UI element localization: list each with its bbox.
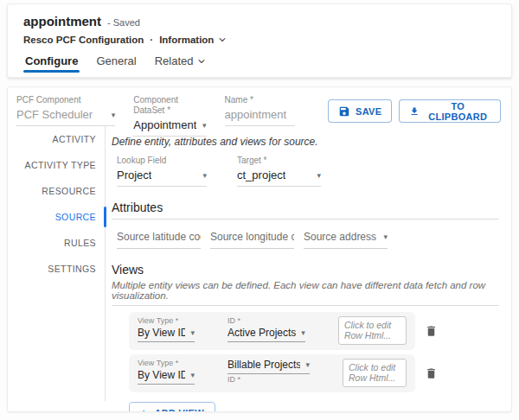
view-config: View Type * By View ID ▾ Billable Projec… [129,354,415,392]
add-view-button-label: ADD VIEW [154,408,203,412]
chevron-down-icon [218,35,227,44]
save-button[interactable]: SAVE [328,99,392,123]
attributes-row: Source latitude coordi... Source longitu… [117,229,499,249]
sidebar-item-label: SETTINGS [48,264,96,274]
field-value: Source longitude coor... [210,231,294,243]
tab-label: Related [155,54,194,67]
entity-name: Resco PCF Configuration [23,35,144,45]
field-value: Active Projects [227,327,296,339]
chevron-down-icon [197,57,206,66]
sidebar-item-activity[interactable]: ACTIVITY [8,126,105,152]
field-label: Name * [225,95,295,105]
section-divider [112,305,499,306]
target-select[interactable]: Target * ct_project ▾ [237,156,321,187]
tab-label: General [96,54,136,67]
source-longitude-field[interactable]: Source longitude coor... [210,229,294,249]
field-value: By View ID [138,327,185,339]
name-field[interactable]: Name * appointment [225,95,295,126]
sidebar-item-label: ACTIVITY [53,134,96,144]
trash-icon [425,324,438,338]
caret-down-icon: ▾ [190,371,195,379]
source-address-select[interactable]: Source address ▾ [304,229,388,249]
view-config: View Type * By View ID ▾ ID * Active Pro… [129,312,415,350]
row-html-editor[interactable]: Click to edit Row Html... [343,359,407,387]
save-status: - Saved [107,17,140,28]
field-value: Source address [304,231,376,243]
sidebar-item-resource[interactable]: RESOURCE [8,178,105,204]
caret-down-icon: ▾ [301,328,305,337]
view-id-select[interactable]: Billable Projects ▾ ID * [227,358,310,385]
caret-down-icon: ▾ [112,111,116,119]
section-divider [112,219,499,220]
field-label: Lookup Field [117,156,207,166]
field-value: Billable Projects [227,359,300,371]
sidebar-item-source[interactable]: SOURCE [8,204,105,230]
view-row: View Type * By View ID ▾ Billable Projec… [129,354,499,392]
tab-configure[interactable]: Configure [23,53,80,74]
field-label: View Type * [138,358,195,368]
field-label: PCF Component [16,95,115,105]
attributes-title: Attributes [112,200,499,214]
sidebar-item-label: SOURCE [55,212,96,222]
field-value: PCF Scheduler [16,108,93,121]
caret-down-icon: ▾ [190,328,195,337]
sidebar-item-label: RESOURCE [42,186,96,196]
field-label: ID * [227,374,310,385]
field-value: Source latitude coordi... [117,231,201,243]
config-body: ACTIVITY ACTIVITY TYPE RESOURCE SOURCE R… [8,126,511,401]
form-selector-label: Information [159,35,214,45]
sidebar-item-settings[interactable]: SETTINGS [8,256,105,282]
field-value: By View ID [138,369,185,381]
form-tabs: Configure General Related [23,53,497,74]
caret-down-icon: ▾ [202,171,207,180]
field-value: ct_project [237,169,285,181]
page-title: appointment [23,14,101,29]
add-view-button[interactable]: + ADD VIEW [129,402,215,412]
to-clipboard-button-label: TO CLIPBOARD [426,101,490,122]
view-type-select[interactable]: View Type * By View ID ▾ [138,358,195,385]
tab-general[interactable]: General [94,53,138,74]
source-panel: Define entity, attributes and views for … [106,126,511,401]
lookup-row: Lookup Field Project ▾ Target * ct_proje… [117,156,499,187]
view-row: View Type * By View ID ▾ ID * Active Pro… [129,312,499,350]
row-html-editor[interactable]: Click to edit Row Html... [338,316,407,345]
breadcrumb: Resco PCF Configuration · Information [23,35,497,45]
pcf-component-select[interactable]: PCF Component PCF Scheduler ▾ [16,95,115,126]
plus-icon: + [140,407,147,412]
sidebar-item-rules[interactable]: RULES [8,230,105,256]
form-selector[interactable]: Information [159,35,227,45]
caret-down-icon: ▾ [383,232,388,241]
view-type-select[interactable]: View Type * By View ID ▾ [138,315,195,342]
view-id-select[interactable]: ID * Active Projects ▾ [227,315,305,342]
sidebar-item-label: ACTIVITY TYPE [25,160,96,170]
tab-label: Configure [25,54,78,67]
trash-icon [425,366,438,380]
field-value: Project [117,169,151,181]
sidebar-item-label: RULES [64,238,96,248]
save-button-label: SAVE [356,106,381,117]
page: appointment - Saved Resco PCF Configurat… [0,0,519,420]
config-toolbar: PCF Component PCF Scheduler ▾ Component … [8,87,511,126]
config-sidebar: ACTIVITY ACTIVITY TYPE RESOURCE SOURCE R… [8,126,106,401]
lookup-field-select[interactable]: Lookup Field Project ▾ [117,156,207,187]
delete-view-button[interactable] [424,366,439,381]
field-label: ID * [227,315,305,326]
views-description: Multiple entity views can be defined. Ea… [112,280,499,301]
record-header: appointment - Saved Resco PCF Configurat… [7,3,512,78]
title-row: appointment - Saved [23,14,497,29]
caret-down-icon: ▾ [317,171,321,180]
delete-view-button[interactable] [424,323,439,339]
save-icon [338,105,350,118]
views-title: Views [112,263,499,277]
to-clipboard-button[interactable]: TO CLIPBOARD [399,99,501,123]
source-latitude-field[interactable]: Source latitude coordi... [117,229,201,249]
toolbar-buttons: SAVE TO CLIPBOARD [328,99,501,123]
field-label: View Type * [138,315,195,326]
field-label: Target * [237,156,321,166]
sidebar-item-activity-type[interactable]: ACTIVITY TYPE [8,152,105,178]
dot-separator: · [150,35,153,45]
configuration-panel: PCF Component PCF Scheduler ▾ Component … [7,86,512,412]
tab-related[interactable]: Related [153,53,208,74]
field-value: appointment [225,108,287,121]
source-description: Define entity, attributes and views for … [112,136,499,148]
